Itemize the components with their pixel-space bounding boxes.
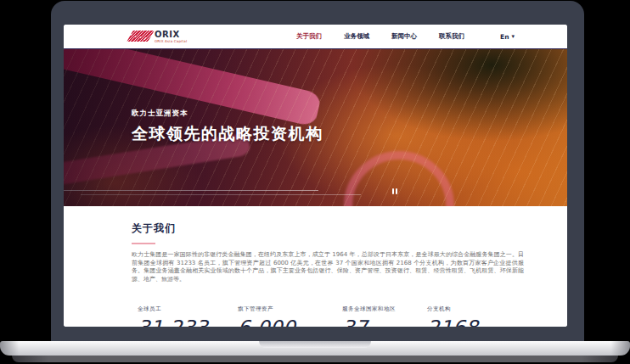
main-nav: 关于我们 业务领域 新闻中心 联系我们 En ▾ bbox=[296, 32, 515, 41]
stat-value: 2168个 bbox=[427, 316, 488, 327]
orix-logo-icon bbox=[127, 31, 155, 42]
hero-banner: 欧力士亚洲资本 全球领先的战略投资机构 bbox=[64, 49, 567, 206]
laptop-mockup: ORIX ORIX Asia Capital 关于我们 业务领域 新闻中心 联系… bbox=[0, 0, 630, 364]
stat-value: 37个 bbox=[342, 316, 396, 327]
title-underline bbox=[132, 243, 155, 244]
chevron-down-icon: ▾ bbox=[511, 34, 515, 40]
hero-eyebrow: 欧力士亚洲资本 bbox=[132, 109, 323, 119]
hero-interchange-ring bbox=[344, 151, 454, 206]
laptop-base bbox=[0, 341, 630, 356]
hero-title: 全球领先的战略投资机构 bbox=[132, 123, 323, 145]
site-header: ORIX ORIX Asia Capital 关于我们 业务领域 新闻中心 联系… bbox=[64, 25, 567, 49]
stat-countries: 服务全球国家和地区 37个 bbox=[342, 305, 396, 327]
section-title: 关于我们 bbox=[132, 221, 523, 236]
laptop-lid-notch bbox=[259, 341, 371, 348]
hero-highway-streak bbox=[81, 194, 361, 195]
stat-label: 旗下管理资产 bbox=[238, 305, 318, 313]
about-paragraph: 欧力士集团是一家国际性的非银行类金融集团，在纽约及东京上市，成立于 1964 年… bbox=[132, 251, 524, 284]
nav-item-contact[interactable]: 联系我们 bbox=[439, 32, 464, 41]
about-section: 关于我们 欧力士集团是一家国际性的非银行类金融集团，在纽约及东京上市，成立于 1… bbox=[64, 206, 567, 327]
stat-employees: 全球员工 31,233名 bbox=[138, 305, 217, 327]
stat-branches: 分支机构 2168个 bbox=[427, 305, 488, 327]
hero-highway-streak bbox=[64, 190, 318, 191]
nav-item-about[interactable]: 关于我们 bbox=[296, 32, 322, 41]
nav-item-business[interactable]: 业务领域 bbox=[344, 32, 369, 41]
logo-subtitle: ORIX Asia Capital bbox=[155, 40, 187, 43]
stat-assets: 旗下管理资产 6,000亿美元 bbox=[238, 305, 318, 327]
orix-logo[interactable]: ORIX ORIX Asia Capital bbox=[130, 31, 187, 43]
laptop-underside bbox=[12, 356, 618, 362]
logo-wordmark: ORIX bbox=[155, 31, 187, 39]
stats-row: 全球员工 31,233名 旗下管理资产 6,000亿美元 服务全球国家和地区 3… bbox=[132, 305, 523, 327]
stat-value: 31,233名 bbox=[138, 316, 217, 327]
pause-icon[interactable] bbox=[390, 187, 400, 195]
stat-label: 分支机构 bbox=[427, 305, 488, 313]
browser-viewport: ORIX ORIX Asia Capital 关于我们 业务领域 新闻中心 联系… bbox=[64, 25, 567, 327]
language-switcher[interactable]: En ▾ bbox=[500, 33, 515, 41]
stat-value: 6,000亿美元 bbox=[238, 316, 318, 327]
stat-label: 全球员工 bbox=[138, 305, 217, 313]
nav-item-news[interactable]: 新闻中心 bbox=[391, 32, 417, 41]
stat-label: 服务全球国家和地区 bbox=[342, 305, 396, 313]
laptop-screen-bezel: ORIX ORIX Asia Capital 关于我们 业务领域 新闻中心 联系… bbox=[51, 1, 584, 341]
hero-copy: 欧力士亚洲资本 全球领先的战略投资机构 bbox=[132, 109, 323, 145]
language-label: En bbox=[500, 33, 509, 41]
